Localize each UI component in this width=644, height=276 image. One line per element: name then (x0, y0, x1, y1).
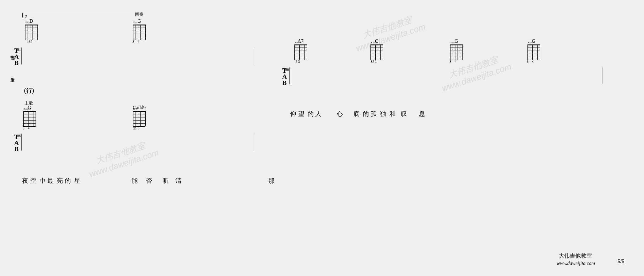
chord-diagram-g: G ×○○○ 3 4 (22, 105, 37, 126)
lyric-row-1: (行) (24, 86, 34, 95)
chord-diagram-c: C × ○○ 32 1 (369, 38, 384, 60)
chord-diagram-g: G ×○○○ 3 4 (526, 38, 541, 60)
footer-studio: 大伟吉他教室 (559, 252, 592, 259)
section-label-interlude: 间奏 (135, 12, 144, 17)
watermark: 大伟吉他教室 www.daweijita.com (351, 11, 427, 54)
chord-diagram-g: G ×○○○ 3 4 (132, 18, 147, 40)
footer-url: www.daweijita.com (557, 261, 595, 266)
tab-system-2: T A B (21, 134, 255, 151)
tab-system-1: T A B (21, 48, 255, 64)
lyric-row-3: 仰 望 的 人 心 底 的 孤 独 和 叹 息 (290, 110, 425, 118)
tab-system-3: T A B (289, 67, 602, 84)
lyric-row-2: 夜 空 中 最 亮 的 星 能 否 听 清 那 (22, 177, 274, 185)
footer-page: 5/5 (618, 259, 624, 264)
ending-bracket-2 (22, 13, 130, 17)
chord-diagram-g: G ×○○○ 3 4 (449, 38, 464, 60)
chord-diagram-d: D ××○ /*grid drawn below globally via JS… (24, 18, 39, 40)
chord-diagram-a7: A7 ×○ ○ ○ 2 3 (293, 38, 308, 60)
chord-diagram-cadd9: Cadd9 × ○ 21 3 (132, 105, 147, 126)
